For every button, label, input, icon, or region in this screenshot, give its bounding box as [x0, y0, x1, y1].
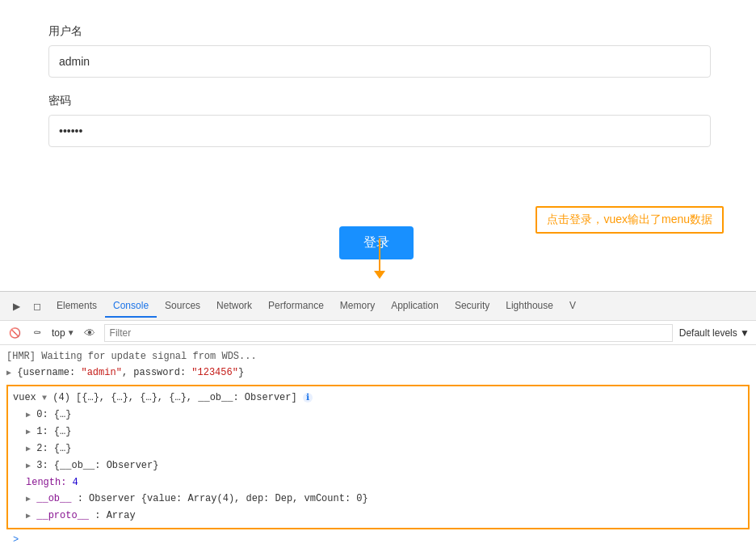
- vuex-summary: (4) [{…}, {…}, {…}, {…}, __ob__: Observe…: [52, 392, 303, 403]
- vuex-ob-line: ▶ __ob__ : Observer {value: Array(4), de…: [13, 491, 743, 508]
- vuex-output-box: vuex ▼ (4) [{…}, {…}, {…}, {…}, __ob__: …: [6, 385, 750, 529]
- length-value: 4: [73, 477, 78, 488]
- vuex-length-line: length: 4: [13, 474, 743, 491]
- log-levels-label: Default levels ▼: [679, 327, 750, 339]
- tab-memory[interactable]: Memory: [332, 295, 383, 318]
- ob-expand-icon[interactable]: ▶: [26, 495, 31, 504]
- obj-text: {username: "admin", password: "123456"}: [17, 367, 244, 378]
- proto-text: : Array: [94, 510, 135, 521]
- tab-elements[interactable]: Elements: [48, 295, 105, 318]
- length-label: length:: [26, 477, 73, 488]
- obj-triangle-icon[interactable]: ▶: [6, 369, 11, 377]
- console-toolbar: 🚫 ⚰ top ▼ 👁 Default levels ▼: [0, 321, 756, 345]
- item1-expand-icon[interactable]: ▶: [26, 428, 31, 436]
- vuex-header-line: vuex ▼ (4) [{…}, {…}, {…}, {…}, __ob__: …: [13, 390, 743, 407]
- login-form: 用户名 密码 登录 点击登录，vuex输出了menu数据: [0, 0, 756, 291]
- password-input[interactable]: [48, 115, 711, 147]
- tab-security[interactable]: Security: [447, 295, 498, 318]
- proto-key: __proto__: [36, 510, 89, 521]
- ob-key: __ob__: [36, 493, 71, 504]
- vuex-expand-icon[interactable]: ▼: [42, 394, 47, 403]
- hmr-line: [HMR] Waiting for update signal from WDS…: [6, 348, 750, 365]
- password-field-group: 密码: [48, 94, 708, 147]
- context-arrow-icon: ▼: [67, 328, 75, 337]
- item0-expand-icon[interactable]: ▶: [26, 411, 31, 419]
- ob-text: : Observer {value: Array(4), dep: Dep, v…: [78, 493, 368, 504]
- clear-console-btn[interactable]: 🚫: [6, 325, 23, 341]
- vuex-item-2: ▶ 2: {…}: [13, 441, 743, 457]
- devtools-tab-bar: ▶ ◻ Elements Console Sources Network Per…: [0, 292, 756, 321]
- vuex-proto-line: ▶ __proto__ : Array: [13, 508, 743, 525]
- annotation-arrow: [374, 238, 385, 279]
- tab-lighthouse[interactable]: Lighthouse: [498, 295, 561, 318]
- username-label: 用户名: [48, 24, 708, 39]
- vuex-item-1: ▶ 1: {…}: [13, 424, 743, 441]
- username-input[interactable]: [48, 45, 711, 78]
- cursor-icon[interactable]: ▶: [6, 297, 26, 316]
- item3-text: 3: {__ob__: Observer}: [36, 460, 158, 471]
- console-prompt[interactable]: >: [6, 533, 750, 547]
- tab-console[interactable]: Console: [105, 295, 157, 318]
- item1-text: 1: {…}: [36, 426, 71, 437]
- tab-application[interactable]: Application: [383, 295, 447, 318]
- log-levels-selector[interactable]: Default levels ▼: [679, 327, 750, 339]
- vuex-item-0: ▶ 0: {…}: [13, 407, 743, 424]
- tab-more[interactable]: V: [561, 295, 584, 318]
- annotation-bubble: 点击登录，vuex输出了menu数据: [536, 206, 724, 234]
- tab-network[interactable]: Network: [208, 295, 260, 318]
- eye-icon[interactable]: 👁: [82, 325, 98, 341]
- devtools-panel: ▶ ◻ Elements Console Sources Network Per…: [0, 291, 756, 548]
- item0-text: 0: {…}: [36, 409, 71, 420]
- password-label: 密码: [48, 94, 708, 108]
- filter-btn[interactable]: ⚰: [29, 325, 45, 341]
- obj-line: ▶ {username: "admin", password: "123456"…: [6, 365, 750, 381]
- filter-input[interactable]: [104, 324, 673, 342]
- context-label: top: [52, 327, 65, 339]
- vuex-info-icon: ℹ: [303, 393, 313, 403]
- item2-expand-icon[interactable]: ▶: [26, 445, 31, 453]
- vuex-item-3: ▶ 3: {__ob__: Observer}: [13, 457, 743, 474]
- mobile-icon[interactable]: ◻: [27, 297, 47, 316]
- tab-sources[interactable]: Sources: [157, 295, 208, 318]
- item3-expand-icon[interactable]: ▶: [26, 462, 31, 470]
- tab-performance[interactable]: Performance: [260, 295, 332, 318]
- console-output: [HMR] Waiting for update signal from WDS…: [0, 345, 756, 548]
- proto-expand-icon[interactable]: ▶: [26, 512, 31, 521]
- vuex-key: vuex: [13, 392, 42, 403]
- username-field-group: 用户名: [48, 24, 708, 78]
- item2-text: 2: {…}: [36, 443, 71, 454]
- context-selector[interactable]: top ▼: [52, 327, 75, 339]
